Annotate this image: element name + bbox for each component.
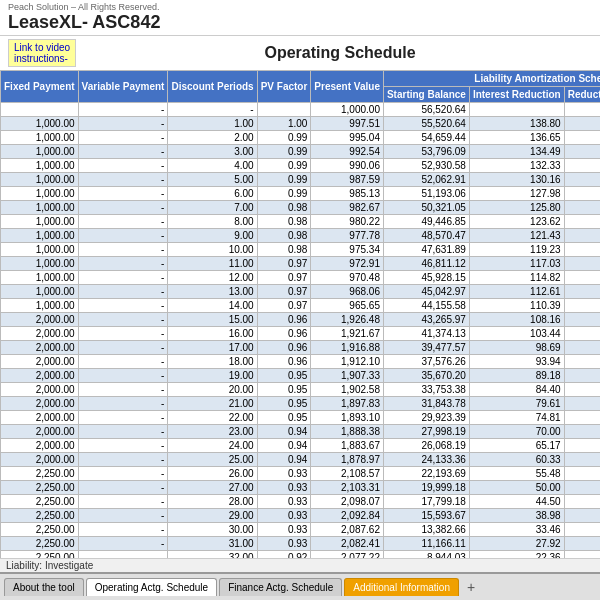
table-cell: -: [78, 495, 168, 509]
table-cell: 885.18: [564, 271, 600, 285]
table-cell: 0.95: [257, 397, 311, 411]
table-row: 1,000.00-14.000.97965.6544,155.58110.398…: [1, 299, 601, 313]
table-cell: 869.84: [564, 173, 600, 187]
table-cell: [564, 103, 600, 117]
table-cell: 132.33: [469, 159, 564, 173]
table-cell: 0.98: [257, 201, 311, 215]
table-row: 1,000.00-2.000.99995.0454,659.44136.6586…: [1, 131, 601, 145]
table-cell: 24,133.36: [383, 453, 469, 467]
table-cell: 0.98: [257, 243, 311, 257]
table-cell: 2,000.00: [1, 369, 79, 383]
table-cell: 55.48: [469, 467, 564, 481]
col-variable-payment-header: Variable Payment: [78, 71, 168, 103]
table-cell: 863.35: [564, 131, 600, 145]
table-cell: 1,888.38: [311, 425, 384, 439]
table-cell: 0.95: [257, 383, 311, 397]
table-cell: 14.00: [168, 299, 257, 313]
table-cell: 127.98: [469, 187, 564, 201]
table-cell: 975.34: [311, 243, 384, 257]
table-cell: 1,934.83: [564, 439, 600, 453]
table-row: --1,000.0056,520.64: [1, 103, 601, 117]
operating-schedule-title: Operating Schedule: [265, 44, 416, 61]
tab-finance[interactable]: Finance Actg. Schedule: [219, 578, 342, 596]
table-cell: 19,999.18: [383, 481, 469, 495]
table-cell: -: [78, 467, 168, 481]
table-cell: 995.04: [311, 131, 384, 145]
table-cell: 2,000.00: [1, 341, 79, 355]
tab-bar: About the tool Operating Actg. Schedule …: [0, 572, 600, 600]
table-cell: -: [78, 103, 168, 117]
table-cell: 15,593.67: [383, 509, 469, 523]
table-cell: 2,098.07: [311, 495, 384, 509]
table-cell: 874.20: [564, 201, 600, 215]
table-cell: -: [78, 117, 168, 131]
table-cell: 37,576.26: [383, 355, 469, 369]
table-cell: 0.93: [257, 509, 311, 523]
table-cell: 1,000.00: [1, 117, 79, 131]
table-cell: 16.00: [168, 327, 257, 341]
table-cell: 33.46: [469, 523, 564, 537]
table-cell: 29.00: [168, 509, 257, 523]
table-cell: 22,193.69: [383, 467, 469, 481]
table-cell: 1,916.88: [311, 341, 384, 355]
table-cell: -: [78, 229, 168, 243]
table-cell: 0.95: [257, 411, 311, 425]
table-cell: 0.94: [257, 425, 311, 439]
table-cell: 0.94: [257, 453, 311, 467]
table-cell: 1,000.00: [1, 187, 79, 201]
table-cell: -: [78, 439, 168, 453]
table-cell: 980.22: [311, 215, 384, 229]
table-cell: 24.00: [168, 439, 257, 453]
tab-operating[interactable]: Operating Actg. Schedule: [86, 578, 217, 596]
table-cell: 1,000.00: [1, 201, 79, 215]
table-cell: 74.81: [469, 411, 564, 425]
table-cell: [257, 103, 311, 117]
tab-about[interactable]: About the tool: [4, 578, 84, 596]
table-cell: -: [78, 537, 168, 551]
table-cell: 15.00: [168, 313, 257, 327]
table-cell: 79.61: [469, 397, 564, 411]
table-cell: 27.92: [469, 537, 564, 551]
table-row: 1,000.00-5.000.99987.5952,062.91130.1686…: [1, 173, 601, 187]
table-row: 2,000.00-15.000.961,926.4843,265.97108.1…: [1, 313, 601, 327]
table-row: 2,000.00-20.000.951,902.5833,753.3884.40…: [1, 383, 601, 397]
status-bar: Liability: Investigate: [0, 558, 600, 572]
table-cell: 0.99: [257, 159, 311, 173]
table-cell: 1,897.83: [311, 397, 384, 411]
copyright: Peach Solution – All Rights Reserved.: [8, 2, 592, 12]
col-fixed-payment-header: Fixed Payment: [1, 71, 79, 103]
table-cell: -: [78, 355, 168, 369]
table-row: 2,000.00-21.000.951,897.8331,843.7879.61…: [1, 397, 601, 411]
table-cell: 44,155.58: [383, 299, 469, 313]
table-cell: 29,923.39: [383, 411, 469, 425]
table-cell: 1,907.33: [311, 369, 384, 383]
table-cell: 138.80: [469, 117, 564, 131]
table-cell: -: [78, 243, 168, 257]
video-link[interactable]: Link to video instructions-: [8, 39, 76, 67]
tab-add[interactable]: +: [461, 576, 481, 598]
tab-additional-information[interactable]: Additional Information: [344, 578, 459, 596]
table-cell: 2,108.57: [311, 467, 384, 481]
table-cell: 2,082.41: [311, 537, 384, 551]
table-cell: 1,910.82: [564, 369, 600, 383]
table-row: 1,000.00-8.000.98980.2249,446.85123.6287…: [1, 215, 601, 229]
table-cell: 9.00: [168, 229, 257, 243]
table-cell: 1,939.67: [564, 453, 600, 467]
table-cell: 45,928.15: [383, 271, 469, 285]
table-cell: 985.13: [311, 187, 384, 201]
table-cell: 13,382.66: [383, 523, 469, 537]
table-cell: 1,000.00: [1, 215, 79, 229]
table-cell: 35,670.20: [383, 369, 469, 383]
table-cell: 98.69: [469, 341, 564, 355]
table-cell: -: [78, 509, 168, 523]
table-cell: 43,265.97: [383, 313, 469, 327]
table-cell: 997.51: [311, 117, 384, 131]
table-row: 2,000.00-16.000.961,921.6741,374.13103.4…: [1, 327, 601, 341]
table-cell: 136.65: [469, 131, 564, 145]
table-row: 1,000.00-10.000.98975.3447,631.89119.238…: [1, 243, 601, 257]
table-cell: -: [78, 411, 168, 425]
table-cell: 0.98: [257, 215, 311, 229]
table-cell: [469, 103, 564, 117]
table-cell: 0.98: [257, 229, 311, 243]
table-cell: 1,000.00: [1, 257, 79, 271]
